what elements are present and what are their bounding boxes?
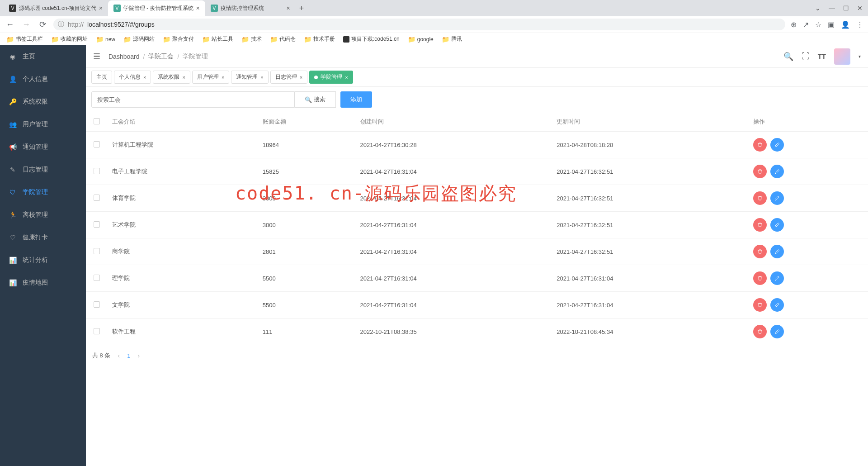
search-lens-icon[interactable]: ⊕: [791, 20, 797, 29]
profile-icon[interactable]: 👤: [841, 20, 850, 29]
edit-button[interactable]: [770, 218, 784, 232]
row-checkbox[interactable]: [94, 221, 100, 228]
page-tab[interactable]: 用户管理×: [192, 71, 229, 84]
browser-menu-icon[interactable]: ⋮: [856, 20, 863, 29]
side-panel-icon[interactable]: ▣: [828, 20, 835, 29]
page-tab[interactable]: 通知管理×: [231, 71, 268, 84]
tab-close-icon[interactable]: ×: [182, 75, 185, 80]
table-header: 工会介绍: [108, 112, 258, 132]
window-close-icon[interactable]: ✕: [857, 5, 863, 12]
edit-button[interactable]: [770, 191, 784, 205]
edit-button[interactable]: [770, 245, 784, 258]
window-maximize-icon[interactable]: ☐: [843, 5, 849, 12]
share-icon[interactable]: ↗: [803, 20, 809, 29]
tab-close-icon[interactable]: ×: [196, 5, 200, 12]
bookmark-item[interactable]: 📁站长工具: [202, 35, 233, 43]
search-input[interactable]: [91, 91, 295, 108]
window-minimize-icon[interactable]: —: [829, 5, 835, 12]
pagination-prev-icon[interactable]: ‹: [118, 352, 120, 359]
edit-button[interactable]: [770, 325, 784, 338]
delete-button[interactable]: [753, 138, 767, 152]
edit-button[interactable]: [770, 271, 784, 285]
fullscreen-icon[interactable]: ⛶: [802, 52, 810, 61]
add-button[interactable]: 添加: [340, 91, 372, 108]
sidebar-item[interactable]: 🏃 离校管理: [0, 204, 86, 226]
page-tab[interactable]: 个人信息×: [114, 71, 151, 84]
search-icon[interactable]: 🔍: [783, 52, 793, 62]
bookmark-item[interactable]: 📁代码仓: [270, 35, 296, 43]
tab-close-icon[interactable]: ×: [222, 75, 224, 80]
page-tab-label: 主页: [96, 73, 107, 81]
sidebar-item[interactable]: ✎ 日志管理: [0, 158, 86, 181]
sidebar-item[interactable]: 👥 用户管理: [0, 113, 86, 136]
breadcrumb-item[interactable]: Dashboard: [108, 53, 140, 60]
delete-button[interactable]: [753, 271, 767, 285]
new-tab-button[interactable]: +: [296, 2, 308, 15]
browser-tab[interactable]: V 疫情防控管理系统 ×: [205, 0, 296, 16]
window-dropdown-icon[interactable]: ⌄: [815, 5, 821, 12]
sidebar-item[interactable]: 📢 通知管理: [0, 136, 86, 158]
avatar[interactable]: [834, 48, 850, 65]
pagination-current[interactable]: 1: [127, 352, 130, 359]
row-checkbox[interactable]: [94, 168, 100, 174]
delete-button[interactable]: [753, 245, 767, 258]
main-panel: ☰ Dashboard / 学院工会 / 学院管理 🔍 ⛶ TT ▾ 主页个人信…: [86, 45, 868, 466]
row-checkbox[interactable]: [94, 328, 100, 334]
pagination-next-icon[interactable]: ›: [137, 352, 140, 359]
delete-button[interactable]: [753, 325, 767, 338]
browser-tab[interactable]: V 学院管理 - 疫情防控管理系统 ×: [108, 0, 205, 16]
sidebar-item[interactable]: ♡ 健康打卡: [0, 226, 86, 249]
sidebar-item[interactable]: 🛡 学院管理: [0, 181, 86, 204]
tab-close-icon[interactable]: ×: [143, 75, 146, 80]
sidebar-item[interactable]: ◉ 主页: [0, 45, 86, 68]
bookmark-item[interactable]: 项目下载:code51.cn: [343, 35, 400, 43]
page-tab[interactable]: 主页: [91, 71, 112, 84]
bookmark-item[interactable]: 📁腾讯: [442, 35, 462, 43]
edit-button[interactable]: [770, 298, 784, 312]
bookmark-item[interactable]: 📁技术: [241, 35, 262, 43]
row-checkbox[interactable]: [94, 248, 100, 254]
page-tab[interactable]: 学院管理×: [309, 71, 353, 84]
sidebar-item[interactable]: 👤 个人信息: [0, 68, 86, 90]
page-tab[interactable]: 系统权限×: [153, 71, 190, 84]
bookmark-item[interactable]: 📁书签工具栏: [6, 35, 43, 43]
search-button[interactable]: 🔍 搜索: [295, 91, 336, 108]
user-dropdown-icon[interactable]: ▾: [859, 54, 861, 59]
row-checkbox[interactable]: [94, 275, 100, 281]
site-info-icon[interactable]: ⓘ: [58, 20, 64, 29]
delete-button[interactable]: [753, 165, 767, 178]
bookmark-item[interactable]: 📁收藏的网址: [51, 35, 88, 43]
tab-close-icon[interactable]: ×: [99, 5, 103, 12]
sidebar-item[interactable]: 📊 疫情地图: [0, 271, 86, 294]
edit-button[interactable]: [770, 138, 784, 152]
row-checkbox[interactable]: [94, 141, 100, 147]
bookmark-item[interactable]: 📁聚合支付: [163, 35, 194, 43]
font-size-icon[interactable]: TT: [818, 52, 826, 60]
cell-name: 计算机工程学院: [108, 132, 258, 158]
tab-close-icon[interactable]: ×: [287, 5, 290, 12]
bookmark-item[interactable]: 📁源码网站: [123, 35, 155, 43]
bookmark-item[interactable]: 📁技术手册: [304, 35, 335, 43]
row-checkbox[interactable]: [94, 301, 100, 308]
tab-close-icon[interactable]: ×: [300, 75, 302, 80]
nav-back-icon[interactable]: ←: [5, 20, 15, 29]
page-tab[interactable]: 日志管理×: [270, 71, 307, 84]
tab-close-icon[interactable]: ×: [345, 75, 348, 80]
sidebar-item[interactable]: 📊 统计分析: [0, 249, 86, 271]
tab-close-icon[interactable]: ×: [260, 75, 263, 80]
browser-tab[interactable]: V 源码乐园 code51.cn-项目论文代 ×: [4, 0, 108, 16]
select-all-checkbox[interactable]: [94, 118, 100, 124]
delete-button[interactable]: [753, 298, 767, 312]
hamburger-icon[interactable]: ☰: [93, 52, 100, 62]
breadcrumb-item[interactable]: 学院工会: [148, 52, 174, 61]
bookmark-item[interactable]: 📁new: [96, 36, 115, 43]
row-checkbox[interactable]: [94, 195, 100, 201]
bookmark-item[interactable]: 📁google: [408, 36, 434, 43]
url-input[interactable]: ⓘ http://localhost:9527/#/groups: [53, 19, 785, 30]
delete-button[interactable]: [753, 218, 767, 232]
edit-button[interactable]: [770, 165, 784, 178]
bookmark-star-icon[interactable]: ☆: [815, 20, 821, 29]
delete-button[interactable]: [753, 191, 767, 205]
nav-reload-icon[interactable]: ⟳: [37, 19, 48, 29]
sidebar-item[interactable]: 🔑 系统权限: [0, 90, 86, 113]
